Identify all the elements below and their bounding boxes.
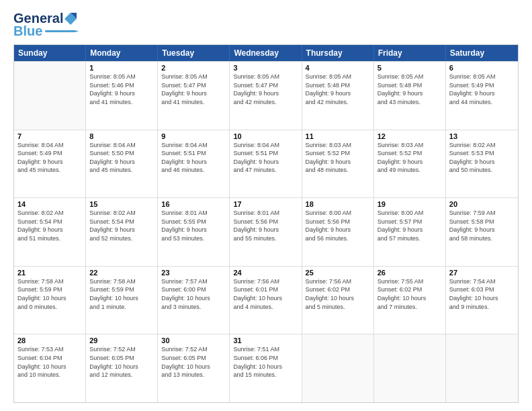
day-cell-empty-4-5 — [374, 334, 446, 402]
day-cell-13: 13Sunrise: 8:02 AM Sunset: 5:53 PM Dayli… — [446, 130, 518, 198]
day-info: Sunrise: 8:02 AM Sunset: 5:53 PM Dayligh… — [449, 141, 515, 175]
day-cell-2: 2Sunrise: 8:05 AM Sunset: 5:47 PM Daylig… — [158, 62, 230, 130]
day-number: 3 — [233, 64, 298, 72]
day-cell-11: 11Sunrise: 8:03 AM Sunset: 5:52 PM Dayli… — [302, 130, 374, 198]
day-number: 6 — [449, 64, 515, 72]
day-cell-14: 14Sunrise: 8:02 AM Sunset: 5:54 PM Dayli… — [14, 198, 86, 266]
day-info: Sunrise: 8:04 AM Sunset: 5:50 PM Dayligh… — [89, 141, 154, 175]
day-info: Sunrise: 8:03 AM Sunset: 5:52 PM Dayligh… — [378, 141, 442, 175]
day-info: Sunrise: 7:55 AM Sunset: 6:02 PM Dayligh… — [378, 277, 442, 311]
day-cell-7: 7Sunrise: 8:04 AM Sunset: 5:49 PM Daylig… — [14, 130, 86, 198]
day-info: Sunrise: 7:58 AM Sunset: 5:59 PM Dayligh… — [89, 277, 154, 311]
day-number: 30 — [161, 336, 226, 345]
day-cell-10: 10Sunrise: 8:04 AM Sunset: 5:51 PM Dayli… — [230, 130, 302, 198]
day-number: 18 — [306, 200, 370, 208]
header: General Blue — [13, 11, 519, 39]
day-info: Sunrise: 7:58 AM Sunset: 5:59 PM Dayligh… — [17, 277, 82, 311]
day-info: Sunrise: 8:04 AM Sunset: 5:49 PM Dayligh… — [17, 141, 82, 175]
day-number: 26 — [378, 269, 442, 277]
day-cell-17: 17Sunrise: 8:01 AM Sunset: 5:56 PM Dayli… — [230, 198, 302, 266]
day-number: 31 — [233, 336, 298, 345]
day-number: 27 — [449, 269, 515, 277]
day-number: 29 — [89, 336, 154, 345]
day-info: Sunrise: 8:05 AM Sunset: 5:49 PM Dayligh… — [449, 73, 515, 106]
day-number: 5 — [378, 64, 442, 72]
day-info: Sunrise: 7:59 AM Sunset: 5:58 PM Dayligh… — [449, 209, 515, 242]
day-number: 11 — [306, 132, 370, 140]
day-cell-9: 9Sunrise: 8:04 AM Sunset: 5:51 PM Daylig… — [158, 130, 230, 198]
page: General Blue SundayMondayTuesdayWednesda… — [0, 0, 532, 411]
day-cell-16: 16Sunrise: 8:01 AM Sunset: 5:55 PM Dayli… — [158, 198, 230, 266]
logo: General Blue — [13, 11, 79, 39]
header-cell-thursday: Thursday — [302, 45, 374, 61]
calendar-row-4: 28Sunrise: 7:53 AM Sunset: 6:04 PM Dayli… — [14, 334, 518, 402]
calendar-row-0: 1Sunrise: 8:05 AM Sunset: 5:46 PM Daylig… — [14, 61, 518, 130]
day-number: 7 — [17, 132, 82, 140]
day-number: 22 — [89, 269, 154, 277]
day-info: Sunrise: 8:01 AM Sunset: 5:56 PM Dayligh… — [233, 209, 298, 242]
day-cell-25: 25Sunrise: 7:56 AM Sunset: 6:02 PM Dayli… — [302, 267, 374, 334]
header-cell-wednesday: Wednesday — [230, 45, 302, 61]
day-cell-24: 24Sunrise: 7:56 AM Sunset: 6:01 PM Dayli… — [230, 267, 302, 334]
day-number: 19 — [378, 200, 442, 208]
day-info: Sunrise: 8:04 AM Sunset: 5:51 PM Dayligh… — [161, 141, 226, 175]
day-number: 8 — [89, 132, 154, 140]
day-info: Sunrise: 7:54 AM Sunset: 6:03 PM Dayligh… — [449, 277, 515, 311]
day-info: Sunrise: 8:05 AM Sunset: 5:48 PM Dayligh… — [306, 73, 370, 106]
day-info: Sunrise: 7:56 AM Sunset: 6:01 PM Dayligh… — [233, 277, 298, 311]
day-cell-18: 18Sunrise: 8:00 AM Sunset: 5:56 PM Dayli… — [302, 198, 374, 266]
day-cell-empty-4-4 — [302, 334, 374, 402]
day-number: 2 — [161, 64, 226, 72]
day-cell-22: 22Sunrise: 7:58 AM Sunset: 5:59 PM Dayli… — [86, 267, 158, 334]
day-number: 23 — [161, 269, 226, 277]
day-cell-26: 26Sunrise: 7:55 AM Sunset: 6:02 PM Dayli… — [374, 267, 446, 334]
day-cell-12: 12Sunrise: 8:03 AM Sunset: 5:52 PM Dayli… — [374, 130, 446, 198]
day-cell-19: 19Sunrise: 8:00 AM Sunset: 5:57 PM Dayli… — [374, 198, 446, 266]
day-cell-28: 28Sunrise: 7:53 AM Sunset: 6:04 PM Dayli… — [14, 334, 86, 402]
day-number: 10 — [233, 132, 298, 140]
day-info: Sunrise: 7:51 AM Sunset: 6:06 PM Dayligh… — [233, 345, 298, 379]
day-cell-empty-4-6 — [446, 334, 518, 402]
day-info: Sunrise: 8:05 AM Sunset: 5:46 PM Dayligh… — [89, 73, 154, 106]
day-info: Sunrise: 8:00 AM Sunset: 5:57 PM Dayligh… — [378, 209, 442, 242]
calendar-body: 1Sunrise: 8:05 AM Sunset: 5:46 PM Daylig… — [14, 61, 518, 402]
calendar-row-3: 21Sunrise: 7:58 AM Sunset: 5:59 PM Dayli… — [14, 266, 518, 334]
day-cell-31: 31Sunrise: 7:51 AM Sunset: 6:06 PM Dayli… — [230, 334, 302, 402]
day-info: Sunrise: 7:52 AM Sunset: 6:05 PM Dayligh… — [89, 345, 154, 379]
day-info: Sunrise: 8:02 AM Sunset: 5:54 PM Dayligh… — [89, 209, 154, 242]
day-info: Sunrise: 8:04 AM Sunset: 5:51 PM Dayligh… — [233, 141, 298, 175]
day-cell-6: 6Sunrise: 8:05 AM Sunset: 5:49 PM Daylig… — [446, 62, 518, 130]
day-cell-23: 23Sunrise: 7:57 AM Sunset: 6:00 PM Dayli… — [158, 267, 230, 334]
day-info: Sunrise: 8:01 AM Sunset: 5:55 PM Dayligh… — [161, 209, 226, 242]
day-number: 17 — [233, 200, 298, 208]
calendar-row-2: 14Sunrise: 8:02 AM Sunset: 5:54 PM Dayli… — [14, 197, 518, 266]
day-cell-5: 5Sunrise: 8:05 AM Sunset: 5:48 PM Daylig… — [374, 62, 446, 130]
day-number: 1 — [89, 64, 154, 72]
header-cell-monday: Monday — [86, 45, 158, 61]
day-number: 14 — [17, 200, 82, 208]
day-number: 16 — [161, 200, 226, 208]
header-cell-saturday: Saturday — [446, 45, 518, 61]
day-info: Sunrise: 7:56 AM Sunset: 6:02 PM Dayligh… — [306, 277, 370, 311]
calendar: SundayMondayTuesdayWednesdayThursdayFrid… — [13, 44, 519, 403]
calendar-header: SundayMondayTuesdayWednesdayThursdayFrid… — [14, 45, 518, 61]
day-info: Sunrise: 7:52 AM Sunset: 6:05 PM Dayligh… — [161, 345, 226, 379]
day-cell-empty-0-0 — [14, 62, 86, 130]
day-cell-8: 8Sunrise: 8:04 AM Sunset: 5:50 PM Daylig… — [86, 130, 158, 198]
day-number: 21 — [17, 269, 82, 277]
header-cell-tuesday: Tuesday — [158, 45, 230, 61]
day-number: 24 — [233, 269, 298, 277]
day-cell-21: 21Sunrise: 7:58 AM Sunset: 5:59 PM Dayli… — [14, 267, 86, 334]
day-number: 12 — [378, 132, 442, 140]
day-number: 13 — [449, 132, 515, 140]
day-cell-15: 15Sunrise: 8:02 AM Sunset: 5:54 PM Dayli… — [86, 198, 158, 266]
day-number: 20 — [449, 200, 515, 208]
day-info: Sunrise: 8:05 AM Sunset: 5:47 PM Dayligh… — [161, 73, 226, 106]
day-cell-4: 4Sunrise: 8:05 AM Sunset: 5:48 PM Daylig… — [302, 62, 374, 130]
calendar-row-1: 7Sunrise: 8:04 AM Sunset: 5:49 PM Daylig… — [14, 130, 518, 198]
day-info: Sunrise: 8:05 AM Sunset: 5:47 PM Dayligh… — [233, 73, 298, 106]
day-cell-30: 30Sunrise: 7:52 AM Sunset: 6:05 PM Dayli… — [158, 334, 230, 402]
logo-blue: Blue — [13, 24, 42, 39]
day-info: Sunrise: 7:53 AM Sunset: 6:04 PM Dayligh… — [17, 345, 82, 379]
header-cell-sunday: Sunday — [14, 45, 86, 61]
